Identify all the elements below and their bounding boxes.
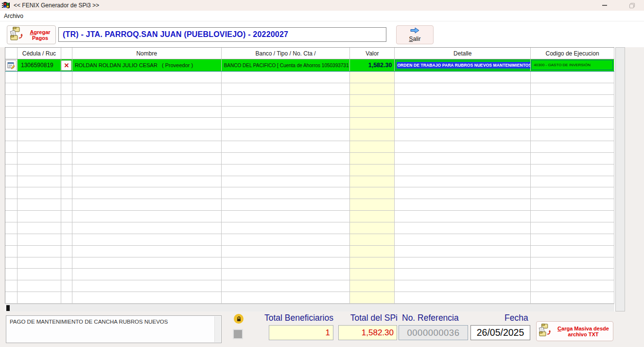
empty-cell xyxy=(17,153,61,164)
minimize-button[interactable] xyxy=(597,0,612,10)
empty-cell xyxy=(61,141,72,152)
grid-header-detalle[interactable]: Detalle xyxy=(395,48,531,59)
empty-cell xyxy=(222,292,350,303)
fecha-label: Fecha xyxy=(505,313,528,323)
table-row-empty xyxy=(5,118,614,129)
empty-cell xyxy=(531,257,614,269)
carga-masiva-button[interactable]: Carga Masiva desde archivo TXT xyxy=(536,321,613,341)
edit-row-button[interactable] xyxy=(5,60,17,71)
empty-cell xyxy=(61,83,72,94)
nombre-cell: ROLDAN ROLDAN JULIO CESAR ( Proveedor ) xyxy=(72,59,222,71)
cedula-cell: 1306590819 xyxy=(17,59,61,71)
empty-cell xyxy=(61,176,72,187)
empty-cell xyxy=(5,83,17,94)
empty-cell xyxy=(5,107,17,118)
empty-cell xyxy=(72,199,222,210)
concept-scrollbar[interactable] xyxy=(214,316,221,342)
empty-cell xyxy=(395,176,531,187)
detalle-cell[interactable]: ORDEN DE TRABAJO PARA RUBROS NUEVOS MANT… xyxy=(395,59,531,71)
empty-cell xyxy=(395,187,531,199)
table-row-empty xyxy=(5,222,614,234)
agregar-pagos-button[interactable]: Agregar Pagos xyxy=(7,25,56,44)
empty-cell xyxy=(17,95,61,106)
empty-cell xyxy=(350,107,395,118)
banco-cell: BANCO DEL PACIFICO [ Cuenta de Ahorros 1… xyxy=(222,59,350,71)
concept-textarea[interactable]: PAGO DE MANTENIMIENTO DE CANCHA RUBROS N… xyxy=(6,315,222,343)
empty-cell xyxy=(350,222,395,234)
empty-cell xyxy=(395,211,531,222)
window-title: << FENIX Generador de SPi3 >> xyxy=(14,2,99,9)
empty-cell xyxy=(531,95,614,106)
empty-cell xyxy=(350,141,395,152)
title-bar: << FENIX Generador de SPi3 >> xyxy=(0,0,644,11)
grid-header-row: Cédula / Ruc Nombre Banco / Tipo / No. C… xyxy=(5,47,614,59)
empty-cell xyxy=(531,107,614,118)
empty-cell xyxy=(222,95,350,106)
empty-cell xyxy=(531,292,614,303)
payments-grid: Cédula / Ruc Nombre Banco / Tipo / No. C… xyxy=(5,47,625,311)
empty-cell xyxy=(5,292,17,303)
empty-cell xyxy=(72,234,222,245)
referencia-label: No. Referencia xyxy=(402,313,459,323)
empty-cell xyxy=(350,280,395,292)
grid-header-banco[interactable]: Banco / Tipo / No. Cta / xyxy=(222,48,350,59)
concept-text: PAGO DE MANTENIMIENTO DE CANCHA RUBROS N… xyxy=(10,319,168,325)
empty-cell xyxy=(61,280,72,292)
empty-cell xyxy=(531,246,614,257)
grid-header-codigo[interactable]: Codigo de Ejecucion xyxy=(531,48,614,59)
empty-cell xyxy=(350,246,395,257)
delete-row-button[interactable]: ✕ xyxy=(61,60,71,71)
codigo-cell[interactable]: 40300 - GASTO DE INVERSIÓN xyxy=(531,59,614,71)
empty-cell xyxy=(395,269,531,280)
empty-cell xyxy=(17,72,61,83)
empty-cell xyxy=(72,164,222,176)
empty-cell xyxy=(17,141,61,152)
empty-cell xyxy=(222,257,350,269)
empty-cell xyxy=(5,222,17,234)
empty-cell xyxy=(531,72,614,83)
empty-cell xyxy=(61,187,72,199)
empty-cell xyxy=(222,129,350,141)
grid-header-valor[interactable]: Valor xyxy=(350,48,395,59)
empty-cell xyxy=(531,234,614,245)
empty-cell xyxy=(531,280,614,292)
empty-cell xyxy=(61,72,72,83)
empty-cell xyxy=(531,164,614,176)
grid-header-cedula[interactable]: Cédula / Ruc xyxy=(17,48,61,59)
empty-cell xyxy=(17,187,61,199)
empty-cell xyxy=(350,95,395,106)
horizontal-scrollbar[interactable] xyxy=(5,304,614,311)
empty-cell xyxy=(395,222,531,234)
grid-header-nombre[interactable]: Nombre xyxy=(72,48,222,59)
empty-cell xyxy=(72,141,222,152)
horizontal-scrollbar-thumb[interactable] xyxy=(6,305,10,311)
empty-cell xyxy=(222,72,350,83)
fecha-input[interactable]: 26/05/2025 xyxy=(470,325,530,340)
empty-cell xyxy=(350,118,395,129)
table-row-empty xyxy=(5,129,614,141)
empty-cell xyxy=(395,153,531,164)
empty-cell xyxy=(350,257,395,269)
empty-cell xyxy=(222,211,350,222)
empty-cell xyxy=(5,153,17,164)
empty-cell xyxy=(17,107,61,118)
empty-cell xyxy=(61,257,72,269)
empty-cell xyxy=(350,199,395,210)
empty-cell xyxy=(5,234,17,245)
empty-cell xyxy=(531,118,614,129)
entity-field[interactable]: (TR) - JTA. PARROQ.SAN JUAN (PUEBLOVIEJO… xyxy=(58,27,386,42)
empty-cell xyxy=(5,141,17,152)
empty-cell xyxy=(61,234,72,245)
vertical-scrollbar[interactable] xyxy=(615,47,625,311)
gray-square-button[interactable] xyxy=(233,329,243,339)
empty-cell xyxy=(72,257,222,269)
empty-cell xyxy=(350,269,395,280)
empty-cell xyxy=(61,222,72,234)
empty-cell xyxy=(395,234,531,245)
grid-header-delete-col xyxy=(61,48,72,59)
empty-rows-container xyxy=(5,72,614,304)
menu-archivo[interactable]: Archivo xyxy=(0,12,27,20)
restore-button[interactable] xyxy=(625,0,639,10)
table-row-empty xyxy=(5,83,614,95)
salir-button[interactable]: Salir xyxy=(396,25,434,44)
